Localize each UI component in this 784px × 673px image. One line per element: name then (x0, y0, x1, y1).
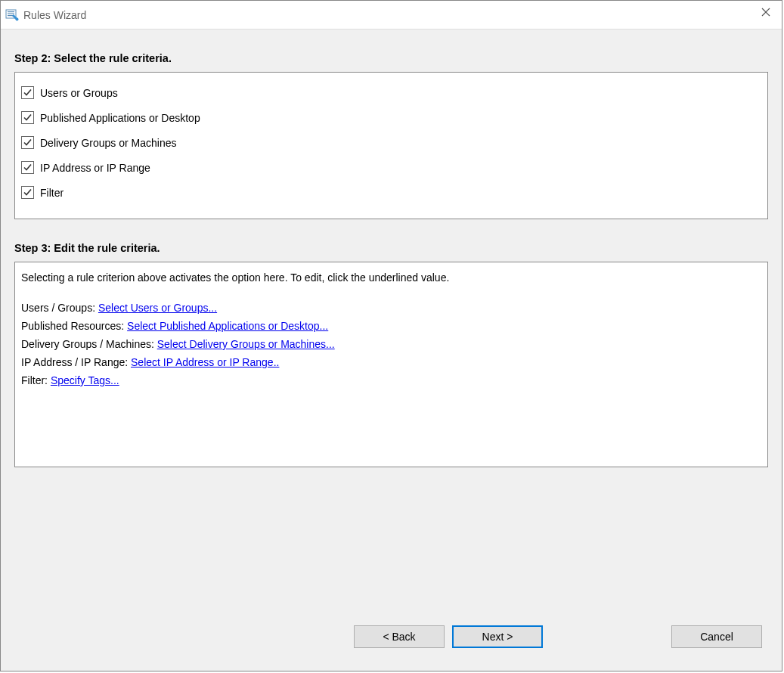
criteria-label: Users or Groups (40, 87, 118, 99)
criteria-label: IP Address or IP Range (40, 162, 150, 174)
checkbox-users-groups[interactable] (21, 86, 34, 99)
next-button[interactable]: Next > (452, 625, 543, 648)
edit-help-text: Selecting a rule criterion above activat… (21, 270, 761, 284)
svg-point-4 (16, 17, 19, 20)
checkbox-filter[interactable] (21, 186, 34, 199)
link-select-delivery-groups[interactable]: Select Delivery Groups or Machines... (157, 338, 335, 350)
check-icon (23, 88, 33, 98)
edit-prefix: Filter: (21, 374, 51, 386)
criteria-row-published-apps: Published Applications or Desktop (21, 105, 761, 130)
criteria-row-delivery-groups: Delivery Groups or Machines (21, 130, 761, 155)
app-icon (5, 8, 19, 22)
edit-prefix: Published Resources: (21, 320, 127, 332)
criteria-row-filter: Filter (21, 180, 761, 205)
criteria-panel: Users or Groups Published Applications o… (14, 72, 768, 219)
check-icon (23, 138, 33, 147)
content-area: Step 2: Select the rule criteria. Users … (1, 29, 782, 671)
rules-wizard-window: Rules Wizard Step 2: Select the rule cri… (0, 0, 782, 671)
edit-row-published: Published Resources: Select Published Ap… (21, 317, 761, 335)
edit-prefix: Users / Groups: (21, 302, 98, 314)
back-button[interactable]: < Back (354, 625, 445, 648)
check-icon (23, 188, 33, 197)
edit-panel: Selecting a rule criterion above activat… (14, 262, 768, 467)
close-button[interactable] (750, 1, 782, 23)
check-icon (23, 163, 33, 172)
link-select-published-apps[interactable]: Select Published Applications or Desktop… (127, 320, 328, 332)
check-icon (23, 113, 33, 123)
titlebar: Rules Wizard (1, 1, 782, 29)
link-select-ip[interactable]: Select IP Address or IP Range.. (131, 356, 279, 368)
link-select-users-groups[interactable]: Select Users or Groups... (98, 302, 217, 314)
criteria-row-ip: IP Address or IP Range (21, 155, 761, 180)
cancel-button[interactable]: Cancel (671, 625, 762, 648)
checkbox-ip[interactable] (21, 161, 34, 174)
button-bar: < Back Next > Cancel (14, 616, 768, 657)
step3-heading: Step 3: Edit the rule criteria. (14, 242, 768, 254)
criteria-row-users-groups: Users or Groups (21, 80, 761, 105)
edit-row-ip: IP Address / IP Range: Select IP Address… (21, 353, 761, 371)
edit-row-delivery: Delivery Groups / Machines: Select Deliv… (21, 335, 761, 353)
svg-rect-1 (8, 11, 14, 12)
window-title: Rules Wizard (23, 9, 86, 21)
link-specify-tags[interactable]: Specify Tags... (51, 374, 119, 386)
checkbox-published-apps[interactable] (21, 111, 34, 124)
criteria-label: Delivery Groups or Machines (40, 137, 177, 149)
step2-heading: Step 2: Select the rule criteria. (14, 52, 768, 64)
edit-row-users: Users / Groups: Select Users or Groups..… (21, 299, 761, 317)
criteria-label: Filter (40, 187, 64, 199)
checkbox-delivery-groups[interactable] (21, 136, 34, 149)
svg-rect-2 (8, 13, 14, 14)
close-icon (761, 8, 770, 17)
edit-row-filter: Filter: Specify Tags... (21, 371, 761, 389)
edit-prefix: IP Address / IP Range: (21, 356, 131, 368)
edit-prefix: Delivery Groups / Machines: (21, 338, 157, 350)
criteria-label: Published Applications or Desktop (40, 112, 200, 124)
